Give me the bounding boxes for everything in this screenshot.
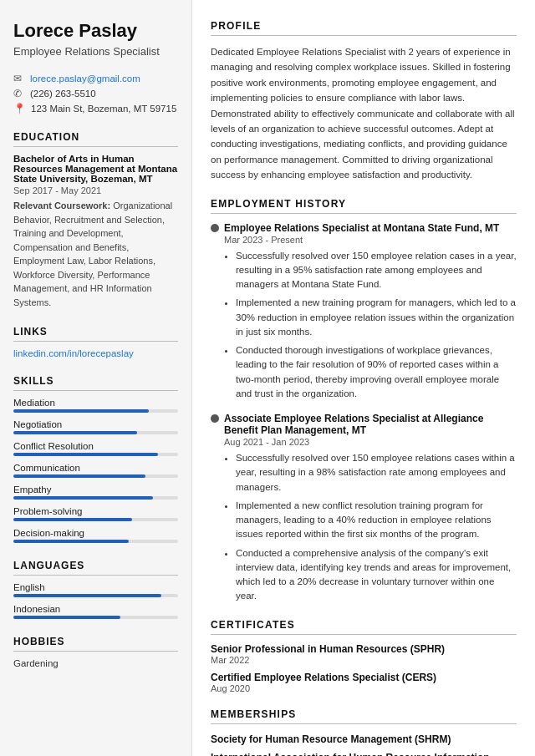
membership-entry: Society for Human Resource Management (S… xyxy=(211,733,517,747)
hobbies-list: Gardening xyxy=(13,658,178,668)
hobbies-section-title: HOBBIES xyxy=(13,636,178,652)
skill-label: Decision-making xyxy=(13,528,178,538)
cert-entry: Senior Professional in Human Resources (… xyxy=(211,643,517,665)
language-label: English xyxy=(13,582,178,592)
language-bar-bg xyxy=(13,616,178,619)
edu-dates: Sep 2017 - May 2021 xyxy=(13,185,178,195)
skill-label: Communication xyxy=(13,463,178,473)
bullet-item: Successfully resolved over 150 employee … xyxy=(236,451,517,495)
bullet-item: Implemented a new conflict resolution tr… xyxy=(236,499,517,542)
jobs-list: Employee Relations Specialist at Montana… xyxy=(211,222,517,604)
contact-phone: ✆ (226) 263-5510 xyxy=(13,88,178,99)
skill-label: Conflict Resolution xyxy=(13,441,178,451)
profile-section-title: PROFILE xyxy=(211,20,517,36)
bullet-item: Conducted thorough investigations of wor… xyxy=(236,343,517,401)
skill-item: Decision-making xyxy=(13,528,178,543)
skills-section-title: SKILLS xyxy=(13,375,178,391)
education-section-title: EDUCATION xyxy=(13,131,178,147)
skill-item: Negotiation xyxy=(13,419,178,434)
skills-list: Mediation Negotiation Conflict Resolutio… xyxy=(13,398,178,543)
skill-bar-bg xyxy=(13,409,178,413)
cert-name: Senior Professional in Human Resources (… xyxy=(211,643,517,655)
edu-degree: Bachelor of Arts in Human Resources Mana… xyxy=(13,154,178,184)
employment-section-title: EMPLOYMENT HISTORY xyxy=(211,198,517,214)
skill-bar-bg xyxy=(13,518,178,521)
languages-section-title: LANGUAGES xyxy=(13,560,178,576)
language-bar-fill xyxy=(13,594,161,597)
profile-text: Dedicated Employee Relations Specialist … xyxy=(211,44,517,183)
language-item: Indonesian xyxy=(13,604,178,619)
memberships-list: Society for Human Resource Management (S… xyxy=(211,733,517,756)
memberships-section-title: MEMBERSHIPS xyxy=(211,708,517,724)
skill-item: Mediation xyxy=(13,398,178,413)
job-entry: Employee Relations Specialist at Montana… xyxy=(211,222,517,402)
languages-list: English Indonesian xyxy=(13,582,178,619)
candidate-name: Lorece Paslay xyxy=(13,20,178,42)
cert-entry: Certified Employee Relations Specialist … xyxy=(211,672,517,693)
phone-icon: ✆ xyxy=(13,88,25,99)
coursework-text: Organizational Behavior, Recruitment and… xyxy=(13,200,172,307)
email-link[interactable]: lorece.paslay@gmail.com xyxy=(30,74,140,84)
hobby-item: Gardening xyxy=(13,658,178,668)
skill-bar-bg xyxy=(13,453,178,456)
job-title: Associate Employee Relations Specialist … xyxy=(224,413,517,436)
bullet-item: Conducted a comprehensive analysis of th… xyxy=(236,546,517,604)
job-dot xyxy=(211,224,219,232)
skill-label: Mediation xyxy=(13,398,178,408)
skill-bar-fill xyxy=(13,496,153,500)
skill-label: Problem-solving xyxy=(13,506,178,516)
skill-label: Negotiation xyxy=(13,419,178,429)
language-bar-fill xyxy=(13,616,120,619)
skill-bar-fill xyxy=(13,431,137,434)
candidate-title: Employee Relations Specialist xyxy=(13,45,178,58)
cert-name: Certified Employee Relations Specialist … xyxy=(211,672,517,683)
links-section-title: LINKS xyxy=(13,326,178,342)
bullet-item: Implemented a new training program for m… xyxy=(236,296,517,339)
cert-date: Aug 2020 xyxy=(211,683,517,693)
job-entry: Associate Employee Relations Specialist … xyxy=(211,413,517,604)
job-bullets: Successfully resolved over 150 employee … xyxy=(224,249,517,402)
main-content: PROFILE Dedicated Employee Relations Spe… xyxy=(192,0,535,756)
linkedin-link[interactable]: linkedin.com/in/lorecepaslay xyxy=(13,348,178,358)
cert-date: Mar 2022 xyxy=(211,655,517,665)
job-dates: Mar 2023 - Present xyxy=(224,235,517,245)
skill-item: Communication xyxy=(13,463,178,478)
skill-label: Empathy xyxy=(13,485,178,495)
contact-address: 📍 123 Main St, Bozeman, MT 59715 xyxy=(13,103,178,114)
skill-bar-bg xyxy=(13,496,178,500)
language-item: English xyxy=(13,582,178,597)
skill-bar-fill xyxy=(13,453,158,456)
edu-coursework: Relevant Coursework: Organizational Beha… xyxy=(13,199,178,309)
job-title: Employee Relations Specialist at Montana… xyxy=(224,222,499,234)
phone-text: (226) 263-5510 xyxy=(30,89,96,99)
skill-bar-bg xyxy=(13,431,178,434)
certs-list: Senior Professional in Human Resources (… xyxy=(211,643,517,693)
language-label: Indonesian xyxy=(13,604,178,614)
job-dot xyxy=(211,414,219,423)
job-title-line: Employee Relations Specialist at Montana… xyxy=(211,222,517,234)
skill-item: Conflict Resolution xyxy=(13,441,178,456)
job-title-line: Associate Employee Relations Specialist … xyxy=(211,413,517,436)
coursework-label: Relevant Coursework: xyxy=(13,200,110,211)
skill-bar-bg xyxy=(13,540,178,543)
bullet-item: Successfully resolved over 150 employee … xyxy=(236,249,517,292)
skill-item: Empathy xyxy=(13,485,178,500)
sidebar: Lorece Paslay Employee Relations Special… xyxy=(0,0,192,756)
location-icon: 📍 xyxy=(13,103,26,114)
skill-bar-fill xyxy=(13,474,145,478)
skill-bar-bg xyxy=(13,474,178,478)
job-dates: Aug 2021 - Jan 2023 xyxy=(224,437,517,447)
language-bar-bg xyxy=(13,594,178,597)
skill-bar-fill xyxy=(13,409,149,413)
contact-email: ✉ lorece.paslay@gmail.com xyxy=(13,73,178,84)
skill-bar-fill xyxy=(13,518,132,521)
skill-item: Problem-solving xyxy=(13,506,178,521)
address-text: 123 Main St, Bozeman, MT 59715 xyxy=(31,104,176,114)
certificates-section-title: CERTIFICATES xyxy=(211,619,517,635)
skill-bar-fill xyxy=(13,540,129,543)
email-icon: ✉ xyxy=(13,73,25,84)
membership-entry: International Association for Human Reso… xyxy=(211,751,517,756)
job-bullets: Successfully resolved over 150 employee … xyxy=(224,451,517,604)
